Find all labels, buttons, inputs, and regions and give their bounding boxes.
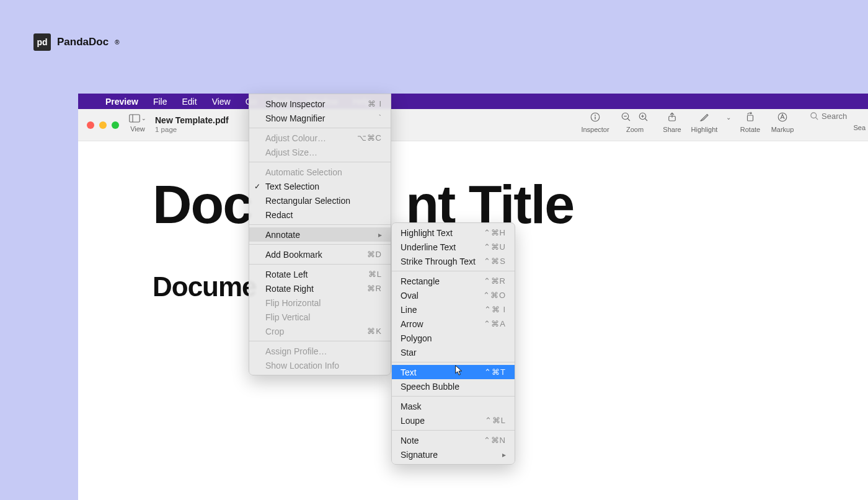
annotate-item-strike-through-text[interactable]: Strike Through Text⌃⌘S: [392, 254, 515, 268]
annotate-item-label: Arrow: [401, 319, 423, 329]
tools-item-adjust-size: Adjust Size…: [249, 145, 391, 159]
annotate-item-star[interactable]: Star: [392, 345, 515, 359]
tools-item-automatic-selection: Automatic Selection: [249, 165, 391, 179]
annotate-item-label: Line: [401, 305, 417, 315]
tools-item-label: Automatic Selection: [265, 167, 342, 177]
submenu-arrow-icon: ▸: [378, 230, 382, 239]
shortcut-label: ⌘R: [367, 284, 382, 293]
tools-separator: [249, 341, 391, 341]
shortcut-label: `: [379, 113, 382, 123]
fullscreen-window-icon[interactable]: [112, 121, 119, 129]
view-mode-control[interactable]: ⌄ View: [129, 114, 146, 133]
rotate-button[interactable]: Rotate: [735, 112, 765, 133]
markup-button[interactable]: Markup: [765, 112, 800, 133]
zoom-label: Zoom: [626, 126, 644, 133]
tools-separator: [249, 244, 391, 245]
annotate-item-label: Star: [401, 348, 417, 357]
annotate-item-label: Polygon: [401, 333, 432, 343]
shortcut-label: ⌃⌘S: [484, 257, 506, 266]
tools-item-label: Show Inspector: [265, 99, 326, 109]
tools-item-redact[interactable]: Redact: [249, 208, 391, 222]
tools-item-label: Flip Horizontal: [265, 298, 321, 308]
shortcut-label: ⌃⌘N: [484, 436, 506, 445]
annotate-item-loupe[interactable]: Loupe⌃⌘L: [392, 413, 515, 428]
window-controls[interactable]: [87, 121, 119, 129]
tools-item-label: Annotate: [265, 230, 300, 240]
annotate-item-mask[interactable]: Mask: [392, 399, 515, 413]
annotate-separator: [392, 271, 515, 271]
menu-edit[interactable]: Edit: [175, 95, 205, 108]
annotate-item-speech-bubble[interactable]: Speech Bubble: [392, 379, 515, 393]
close-window-icon[interactable]: [87, 121, 94, 129]
shortcut-label: ⌘ I: [368, 99, 382, 108]
search-button[interactable]: Sea: [800, 112, 868, 131]
shortcut-label: ⌃⌘A: [484, 319, 506, 328]
annotate-item-rectangle[interactable]: Rectangle⌃⌘R: [392, 274, 515, 288]
shortcut-label: ⌘L: [368, 270, 382, 279]
zoom-button[interactable]: Zoom: [613, 112, 657, 133]
tools-item-crop: Crop⌘K: [249, 324, 391, 338]
menu-app[interactable]: Preview: [98, 95, 146, 108]
highlight-dropdown[interactable]: ⌄: [722, 112, 735, 121]
tools-item-label: Crop: [265, 327, 284, 336]
tools-item-rotate-right[interactable]: Rotate Right⌘R: [249, 281, 391, 296]
tools-item-rectangular-selection[interactable]: Rectangular Selection: [249, 193, 391, 208]
tools-item-rotate-left[interactable]: Rotate Left⌘L: [249, 267, 391, 281]
annotate-item-label: Mask: [401, 401, 421, 411]
tools-item-label: Text Selection: [265, 182, 319, 191]
tools-item-show-inspector[interactable]: Show Inspector⌘ I: [249, 97, 391, 111]
shortcut-label: ⌃⌘ I: [484, 305, 506, 314]
annotate-item-label: Rectangle: [401, 276, 440, 286]
menu-view[interactable]: View: [205, 95, 238, 108]
tools-item-label: Redact: [265, 210, 293, 220]
toolbar: ⌄ View New Template.pdf 1 page Inspector…: [78, 109, 868, 141]
inspector-label: Inspector: [581, 126, 609, 133]
sidebar-icon: [129, 114, 140, 123]
shortcut-label: ⌃⌘O: [483, 291, 506, 300]
document-title-block: New Template.pdf 1 page: [155, 115, 229, 133]
svg-rect-14: [748, 115, 753, 121]
minimize-window-icon[interactable]: [99, 121, 107, 129]
inspector-button[interactable]: Inspector: [578, 112, 613, 133]
tools-item-label: Adjust Size…: [265, 147, 317, 157]
annotate-item-label: Signature: [401, 450, 438, 460]
annotate-item-polygon[interactable]: Polygon: [392, 331, 515, 345]
annotate-item-arrow[interactable]: Arrow⌃⌘A: [392, 317, 515, 331]
tools-menu[interactable]: Show Inspector⌘ IShow Magnifier`Adjust C…: [249, 94, 391, 375]
zoom-in-icon[interactable]: [637, 112, 650, 123]
submenu-arrow-icon: ▸: [502, 450, 506, 459]
annotate-submenu[interactable]: Highlight Text⌃⌘HUnderline Text⌃⌘UStrike…: [391, 222, 515, 465]
share-button[interactable]: Share: [657, 112, 687, 133]
tools-item-label: Rotate Right: [265, 284, 314, 294]
brand-reg: ®: [115, 39, 119, 46]
menu-file[interactable]: File: [146, 95, 175, 108]
brand-logo: pd: [33, 33, 51, 51]
annotate-item-oval[interactable]: Oval⌃⌘O: [392, 288, 515, 302]
search-input[interactable]: [822, 112, 868, 121]
annotate-item-note[interactable]: Note⌃⌘N: [392, 433, 515, 447]
app-window: Preview File Edit View Go Tools Window H…: [78, 94, 868, 500]
annotate-item-highlight-text[interactable]: Highlight Text⌃⌘H: [392, 226, 515, 240]
tools-item-label: Add Bookmark: [265, 250, 322, 260]
annotate-item-line[interactable]: Line⌃⌘ I: [392, 302, 515, 317]
tools-item-show-magnifier[interactable]: Show Magnifier`: [249, 111, 391, 125]
annotate-item-label: Strike Through Text: [401, 257, 476, 266]
tools-item-annotate[interactable]: Annotate▸: [249, 227, 391, 242]
tools-item-flip-horizontal: Flip Horizontal: [249, 296, 391, 310]
rotate-label: Rotate: [740, 126, 760, 133]
annotate-item-underline-text[interactable]: Underline Text⌃⌘U: [392, 240, 515, 254]
highlight-button[interactable]: Highlight: [687, 112, 722, 133]
tools-item-text-selection[interactable]: ✓Text Selection: [249, 179, 391, 193]
tools-item-label: Assign Profile…: [265, 346, 327, 356]
shortcut-label: ⌃⌘T: [484, 367, 506, 377]
tools-item-add-bookmark[interactable]: Add Bookmark⌘D: [249, 247, 391, 261]
document-page-count: 1 page: [155, 126, 229, 133]
annotate-item-text[interactable]: Text⌃⌘T: [392, 365, 515, 379]
tools-item-show-location-info: Show Location Info: [249, 358, 391, 372]
annotate-item-signature[interactable]: Signature▸: [392, 447, 515, 462]
zoom-out-icon[interactable]: [620, 112, 632, 123]
inspector-icon: [589, 112, 601, 123]
tools-item-label: Rectangular Selection: [265, 196, 350, 206]
tools-item-flip-vertical: Flip Vertical: [249, 310, 391, 324]
shortcut-label: ⌥⌘C: [357, 133, 382, 143]
